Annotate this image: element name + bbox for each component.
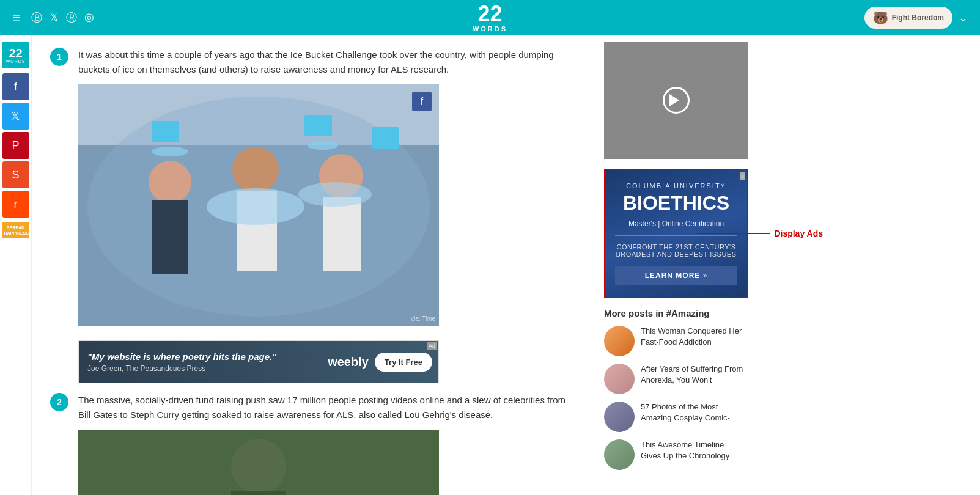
second-image-svg bbox=[78, 430, 439, 495]
twitter-share-button[interactable]: 𝕏 bbox=[2, 103, 29, 130]
sidebar-logo-words: WORDS bbox=[6, 59, 26, 64]
video-player[interactable] bbox=[604, 42, 748, 159]
article-step-2: 2 The massive, socially-driven fund rais… bbox=[50, 393, 576, 495]
spread-happiness-button[interactable]: SPREAD HAPPINESS bbox=[2, 222, 29, 238]
svg-rect-4 bbox=[152, 200, 188, 274]
pinterest-header-icon[interactable]: Ⓡ bbox=[66, 10, 77, 25]
more-post-text-4[interactable]: This Awesome Timeline Gives Up the Chron… bbox=[641, 439, 743, 461]
display-ads-annotation: Display Ads bbox=[697, 229, 823, 238]
fight-boredom-label: Fight Boredom bbox=[892, 13, 944, 22]
image-svg bbox=[78, 84, 439, 326]
sidebar-logo-num: 22 bbox=[9, 47, 22, 59]
weebly-logo: weebly bbox=[328, 355, 369, 369]
stumbleupon-share-button[interactable]: S bbox=[2, 161, 29, 188]
bioethics-subtitle: Master's | Online Certification bbox=[615, 219, 737, 228]
als-second-image bbox=[78, 430, 439, 495]
step-number-2: 2 bbox=[50, 393, 68, 411]
step-1-header: 1 It was about this time a couple of yea… bbox=[50, 48, 576, 77]
play-triangle-icon bbox=[669, 94, 685, 106]
play-button[interactable] bbox=[663, 87, 690, 114]
svg-rect-8 bbox=[323, 197, 361, 271]
svg-point-17 bbox=[231, 439, 286, 494]
fight-boredom-button[interactable]: 🐻 Fight Boredom bbox=[864, 7, 952, 29]
display-ads-label: Display Ads bbox=[774, 229, 823, 238]
svg-point-3 bbox=[149, 161, 191, 204]
display-ads-section: i COLUMBIA UNIVERSITY BIOETHICS Master's… bbox=[604, 169, 743, 298]
more-post-text-1[interactable]: This Woman Conquered Her Fast-Food Addic… bbox=[641, 326, 743, 348]
sidebar-logo[interactable]: 22 WORDS bbox=[2, 42, 29, 68]
left-sidebar: 22 WORDS f 𝕏 P S r SPREAD HAPPINESS bbox=[0, 35, 32, 495]
more-post-item-1[interactable]: This Woman Conquered Her Fast-Food Addic… bbox=[604, 326, 743, 356]
pinterest-share-button[interactable]: P bbox=[2, 132, 29, 159]
step-1-text: It was about this time a couple of years… bbox=[78, 48, 576, 77]
svg-rect-11 bbox=[152, 121, 179, 142]
ice-bucket-scene bbox=[78, 84, 439, 326]
header-social-icons: Ⓑ 𝕏 Ⓡ ◎ bbox=[31, 10, 94, 25]
svg-point-15 bbox=[308, 141, 338, 150]
ice-bucket-image: f via: Time bbox=[78, 84, 439, 326]
svg-point-5 bbox=[232, 147, 279, 193]
more-posts-heading: More posts in #Amazing bbox=[604, 308, 743, 318]
more-post-text-2[interactable]: After Years of Suffering From Anorexia, … bbox=[641, 364, 743, 386]
learn-more-button[interactable]: LEARN MORE » bbox=[615, 266, 737, 285]
step-2-text: The massive, socially-driven fund raisin… bbox=[78, 393, 576, 422]
instagram-header-icon[interactable]: ◎ bbox=[84, 10, 94, 25]
header-left: ≡ Ⓑ 𝕏 Ⓡ ◎ bbox=[12, 10, 94, 26]
step-number-1: 1 bbox=[50, 48, 68, 66]
svg-point-14 bbox=[152, 147, 188, 156]
reddit-share-button[interactable]: r bbox=[2, 191, 29, 218]
svg-rect-12 bbox=[304, 115, 332, 136]
facebook-header-icon[interactable]: Ⓑ bbox=[31, 10, 42, 25]
more-post-item-3[interactable]: 57 Photos of the Most Amazing Cosplay Co… bbox=[604, 402, 743, 432]
ad-text-area: "My website is where poetry hits the pag… bbox=[79, 345, 328, 379]
facebook-share-button[interactable]: f bbox=[2, 73, 29, 100]
weebly-ad-banner[interactable]: Ad "My website is where poetry hits the … bbox=[78, 340, 439, 383]
svg-rect-13 bbox=[372, 127, 399, 148]
more-post-thumb-2 bbox=[604, 364, 635, 394]
more-post-text-3[interactable]: 57 Photos of the Most Amazing Cosplay Co… bbox=[641, 402, 743, 424]
columbia-university-label: COLUMBIA UNIVERSITY bbox=[615, 182, 737, 189]
more-post-thumb-4 bbox=[604, 439, 635, 470]
site-logo[interactable]: 22 WORDS bbox=[473, 3, 507, 32]
ad-label: Ad bbox=[427, 342, 437, 350]
try-free-button[interactable]: Try It Free bbox=[375, 353, 432, 372]
logo-number: 22 bbox=[473, 3, 507, 25]
more-post-thumb-3 bbox=[604, 402, 635, 432]
facebook-share-image-button[interactable]: f bbox=[412, 92, 432, 111]
display-ads-arrow bbox=[697, 233, 770, 234]
twitter-header-icon[interactable]: 𝕏 bbox=[50, 10, 59, 25]
page-body: 22 WORDS f 𝕏 P S r SPREAD HAPPINESS 1 It… bbox=[0, 35, 980, 495]
right-sidebar: i COLUMBIA UNIVERSITY BIOETHICS Master's… bbox=[594, 35, 753, 495]
image-attribution: via: Time bbox=[411, 315, 435, 322]
bioethics-title: BIOETHICS bbox=[615, 192, 737, 215]
svg-point-10 bbox=[298, 182, 372, 207]
ad-attribution: Joe Green, The Peasandcues Press bbox=[87, 364, 319, 373]
more-posts-section: More posts in #Amazing This Woman Conque… bbox=[604, 308, 743, 470]
more-post-item-4[interactable]: This Awesome Timeline Gives Up the Chron… bbox=[604, 439, 743, 470]
ad-corner-label: i bbox=[740, 172, 745, 180]
step-2-header: 2 The massive, socially-driven fund rais… bbox=[50, 393, 576, 422]
main-content: 1 It was about this time a couple of yea… bbox=[32, 35, 594, 495]
logo-words: WORDS bbox=[473, 25, 507, 32]
more-post-thumb-1 bbox=[604, 326, 635, 356]
svg-point-9 bbox=[207, 188, 304, 225]
hamburger-menu-icon[interactable]: ≡ bbox=[12, 10, 20, 26]
site-header: ≡ Ⓑ 𝕏 Ⓡ ◎ 22 WORDS 🐻 Fight Boredom ⌄ bbox=[0, 0, 980, 35]
ad-quote: "My website is where poetry hits the pag… bbox=[87, 351, 319, 362]
more-post-item-2[interactable]: After Years of Suffering From Anorexia, … bbox=[604, 364, 743, 394]
bear-icon: 🐻 bbox=[873, 10, 888, 25]
svg-rect-18 bbox=[231, 491, 286, 495]
weebly-area: weebly Try It Free bbox=[328, 353, 438, 372]
bioethics-description: CONFRONT THE 21ST CENTURY'S BROADEST AND… bbox=[615, 243, 737, 258]
article-step-1: 1 It was about this time a couple of yea… bbox=[50, 48, 576, 326]
header-right: 🐻 Fight Boredom ⌄ bbox=[864, 7, 968, 29]
chevron-down-icon[interactable]: ⌄ bbox=[959, 11, 968, 24]
